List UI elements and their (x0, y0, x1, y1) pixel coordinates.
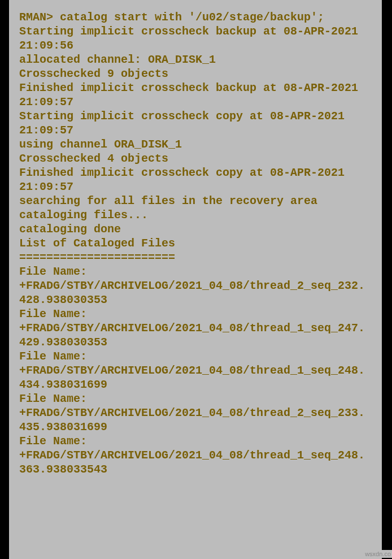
terminal-line: File Name: +FRADG/STBY/ARCHIVELOG/2021_0… (19, 307, 372, 349)
terminal-line: Finished implicit crosscheck backup at 0… (19, 81, 372, 109)
terminal-line: Starting implicit crosscheck copy at 08-… (19, 109, 372, 137)
terminal-line: using channel ORA_DISK_1 (19, 137, 372, 151)
terminal-line: searching for all files in the recovery … (19, 194, 372, 208)
terminal-output: RMAN> catalog start with '/u02/stage/bac… (9, 0, 382, 559)
terminal-line: cataloging done (19, 222, 372, 236)
terminal-line: File Name: +FRADG/STBY/ARCHIVELOG/2021_0… (19, 265, 372, 307)
terminal-line: ======================= (19, 250, 372, 265)
terminal-line: Finished implicit crosscheck copy at 08-… (19, 166, 372, 194)
terminal-line: cataloging files... (19, 208, 372, 222)
terminal-line: File Name: +FRADG/STBY/ARCHIVELOG/2021_0… (19, 392, 372, 434)
terminal-line: RMAN> catalog start with '/u02/stage/bac… (19, 10, 372, 24)
watermark-text: wsxdn.co (364, 550, 392, 558)
terminal-line: File Name: +FRADG/STBY/ARCHIVELOG/2021_0… (19, 434, 372, 476)
terminal-line: Crosschecked 4 objects (19, 151, 372, 166)
terminal-line: Starting implicit crosscheck backup at 0… (19, 24, 372, 53)
terminal-line: Crosschecked 9 objects (19, 67, 372, 81)
terminal-line: File Name: +FRADG/STBY/ARCHIVELOG/2021_0… (19, 349, 372, 392)
terminal-line: List of Cataloged Files (19, 236, 372, 250)
terminal-line: allocated channel: ORA_DISK_1 (19, 53, 372, 67)
